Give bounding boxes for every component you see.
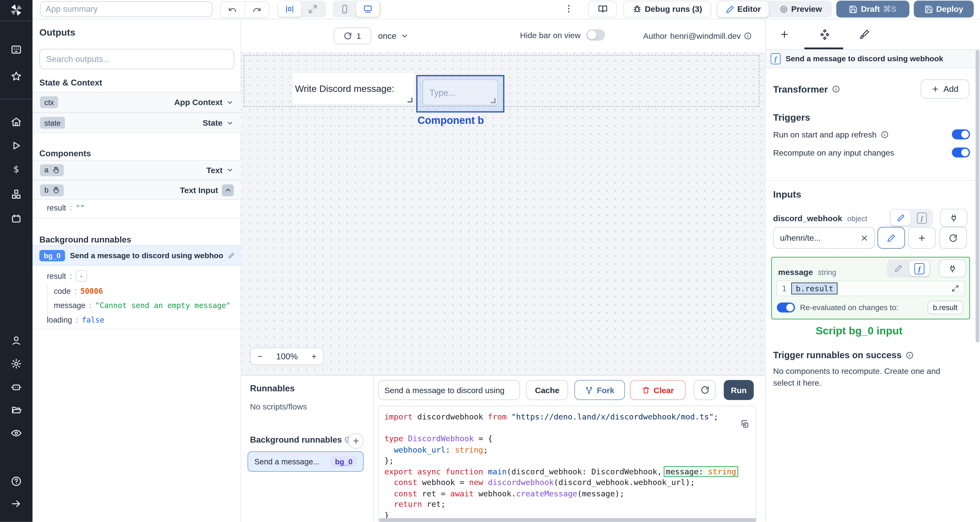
- more-options-kebab-icon[interactable]: [564, 3, 574, 16]
- styling-tab-paintbrush-icon[interactable]: [859, 29, 869, 39]
- folders-icon[interactable]: [0, 404, 32, 416]
- line-number: 1: [777, 284, 791, 293]
- refresh-count-control[interactable]: 1: [334, 27, 371, 44]
- draft-button[interactable]: Draft ⌘S: [836, 1, 909, 18]
- output-row-state[interactable]: state State: [32, 113, 241, 133]
- app-window: $: [0, 0, 980, 522]
- chevron-down-icon[interactable]: [226, 119, 234, 127]
- runs-play-icon[interactable]: [0, 140, 32, 151]
- workspace-grid-icon[interactable]: [0, 44, 32, 55]
- tab-preview[interactable]: Preview: [770, 1, 832, 18]
- add-transformer-button[interactable]: Add: [921, 80, 969, 99]
- on-success-heading: Trigger runnables on success: [773, 350, 913, 360]
- resources-cubes-icon[interactable]: [0, 189, 32, 200]
- redo-button[interactable]: [245, 2, 269, 18]
- message-input-highlight-box: message string f 1 b.result Re-evaluated…: [771, 257, 970, 320]
- runnables-panel: Runnables No scripts/flows Background ru…: [241, 376, 374, 522]
- expand-icon[interactable]: [951, 285, 959, 293]
- deploy-button[interactable]: Deploy: [914, 1, 974, 18]
- message-mode-switch: f: [887, 259, 931, 277]
- tab-editor[interactable]: Editor: [717, 1, 769, 18]
- app-summary-input[interactable]: [40, 2, 212, 17]
- message-expression-editor[interactable]: 1 b.result: [776, 281, 965, 296]
- workers-robot-icon[interactable]: [0, 381, 32, 393]
- runnable-badge: bg_0: [331, 456, 357, 467]
- info-icon[interactable]: [744, 32, 752, 40]
- insert-component-tab-plus-icon[interactable]: [780, 29, 789, 39]
- help-icon[interactable]: [0, 476, 32, 487]
- run-button[interactable]: Run: [724, 380, 754, 400]
- settings-gear-icon[interactable]: [0, 358, 32, 369]
- eval-mode-function-icon[interactable]: f: [910, 261, 929, 276]
- centered-layout-icon[interactable]: [278, 2, 301, 17]
- resize-handle[interactable]: [407, 97, 412, 103]
- home-icon[interactable]: [0, 116, 32, 127]
- static-mode-pencil-icon[interactable]: [888, 261, 908, 276]
- zoom-in-button[interactable]: +: [305, 352, 323, 361]
- interval-dropdown[interactable]: once: [378, 27, 409, 44]
- fullscreen-expand-icon[interactable]: [301, 2, 325, 17]
- desktop-device-icon[interactable]: [356, 2, 379, 17]
- selected-component-b[interactable]: Type...: [416, 75, 504, 113]
- connect-plug-icon[interactable]: [940, 209, 967, 227]
- info-icon[interactable]: [905, 351, 913, 359]
- mobile-device-icon[interactable]: [333, 2, 356, 17]
- schedules-calendar-icon[interactable]: [0, 213, 32, 224]
- bg0-row[interactable]: bg_0 Send a message to discord using web…: [32, 245, 241, 266]
- windmill-logo-icon[interactable]: [0, 3, 32, 18]
- message-expression-value[interactable]: b.result: [791, 282, 838, 294]
- plus-icon: [917, 234, 926, 242]
- output-row-component-a[interactable]: a Text: [32, 160, 241, 180]
- docs-book-button[interactable]: [588, 1, 617, 18]
- copy-to-clipboard-icon[interactable]: [740, 419, 749, 429]
- info-icon[interactable]: [832, 85, 840, 93]
- add-background-runnable-button[interactable]: [348, 433, 364, 449]
- static-mode-pencil-icon[interactable]: [891, 210, 911, 226]
- edit-pencil-icon[interactable]: [228, 252, 235, 259]
- connect-plug-icon[interactable]: [939, 259, 966, 277]
- fork-button[interactable]: Fork: [574, 380, 625, 400]
- run-on-start-toggle[interactable]: [952, 129, 970, 139]
- output-row-ctx[interactable]: ctx App Context: [32, 92, 241, 113]
- panel-scrollbar[interactable]: [976, 50, 980, 342]
- reeval-target-badge[interactable]: b.result: [928, 301, 963, 314]
- script-name-input[interactable]: [378, 380, 520, 400]
- undo-button[interactable]: [221, 2, 245, 18]
- code-editor[interactable]: import discordwebhook from "https://deno…: [378, 406, 756, 522]
- chevron-down-icon[interactable]: [226, 99, 234, 106]
- text-component-a[interactable]: Write Discord message:: [293, 73, 414, 103]
- bg0-runnable-item[interactable]: Send a message... bg_0: [248, 451, 364, 472]
- undo-redo-group: [220, 2, 269, 18]
- hide-bar-toggle[interactable]: [586, 29, 605, 41]
- variables-dollar-icon[interactable]: $: [0, 164, 32, 175]
- audit-eye-icon[interactable]: [0, 427, 32, 439]
- refresh-resource-button[interactable]: [939, 227, 967, 249]
- horizontal-scrollbar[interactable]: [379, 518, 756, 522]
- text-input-component[interactable]: Type...: [422, 80, 498, 106]
- edit-resource-pencil-button[interactable]: [877, 227, 905, 249]
- cache-button[interactable]: Cache: [526, 380, 568, 400]
- debug-runs-button[interactable]: Debug runs (3): [623, 1, 711, 18]
- component-settings-tab-diamonds-icon[interactable]: [819, 29, 830, 40]
- resize-handle[interactable]: [491, 98, 496, 103]
- clear-x-icon[interactable]: [861, 234, 868, 242]
- reeval-toggle[interactable]: [777, 302, 795, 312]
- search-outputs-input[interactable]: [40, 49, 235, 69]
- chevron-down-icon[interactable]: [226, 166, 234, 174]
- code-content[interactable]: import discordwebhook from "https://deno…: [384, 411, 756, 520]
- app-canvas[interactable]: Write Discord message: Type... Component…: [241, 53, 765, 375]
- clear-button[interactable]: Clear: [630, 380, 686, 400]
- refresh-button[interactable]: [694, 380, 716, 400]
- collapse-sidebar-arrow-icon[interactable]: [0, 498, 32, 509]
- zoom-out-button[interactable]: −: [251, 352, 269, 361]
- collapse-button[interactable]: -: [76, 270, 87, 282]
- favorites-star-icon[interactable]: [0, 70, 32, 82]
- eval-mode-function-icon[interactable]: f: [912, 210, 932, 226]
- add-resource-button[interactable]: [908, 227, 935, 249]
- chevron-up-icon[interactable]: [222, 184, 234, 196]
- info-icon[interactable]: [880, 130, 889, 138]
- recompute-toggle[interactable]: [952, 148, 970, 158]
- output-row-component-b[interactable]: b Text Input: [32, 180, 241, 200]
- user-icon[interactable]: [0, 335, 32, 346]
- discord-webhook-resource-input[interactable]: u/henri/te...: [773, 227, 875, 249]
